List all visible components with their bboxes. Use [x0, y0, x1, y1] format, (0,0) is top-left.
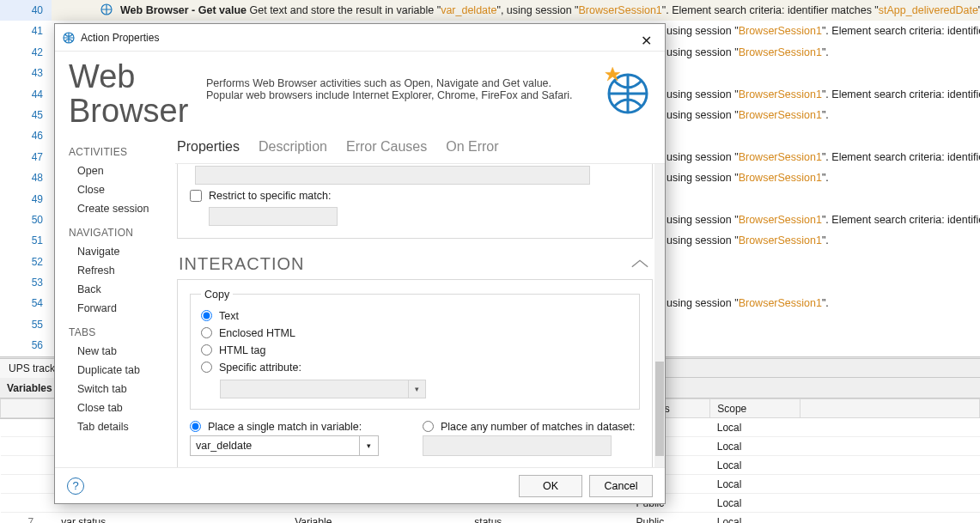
- section-label: INTERACTION: [179, 254, 305, 274]
- specific-attribute-combo[interactable]: ▾: [220, 380, 426, 398]
- line-number: 55: [0, 314, 52, 335]
- place-single-radio-row[interactable]: Place a single match in variable:: [190, 418, 407, 435]
- place-single-label: Place a single match in variable:: [208, 421, 362, 433]
- properties-tabs: PropertiesDescriptionError CausesOn Erro…: [175, 134, 665, 164]
- properties-tab[interactable]: On Error: [446, 139, 498, 155]
- close-icon[interactable]: ✕: [634, 27, 658, 48]
- copy-option-label: Text: [219, 310, 239, 322]
- dialog-titlebar[interactable]: Action Properties ✕: [55, 24, 665, 52]
- sidebar-group: NAVIGATION: [69, 227, 175, 239]
- variable-select-value: var_deldate: [196, 440, 252, 452]
- chevron-up-icon: [630, 258, 649, 269]
- copy-option-label: HTML tag: [219, 344, 265, 356]
- match-box: Restrict to specific match:: [177, 164, 653, 239]
- line-number: 46: [0, 125, 52, 146]
- sidebar-item[interactable]: Open: [69, 161, 175, 180]
- line-number: 40: [0, 0, 52, 21]
- var-col-header[interactable]: Scope: [710, 399, 800, 418]
- line-number-gutter: 4041424344454647484950515253545556: [0, 0, 52, 356]
- dialog-footer: ? OK Cancel: [55, 467, 665, 503]
- line-number: 50: [0, 210, 52, 230]
- line-number: 52: [0, 252, 52, 272]
- sidebar-item[interactable]: New tab: [69, 342, 175, 361]
- code-line[interactable]: Web Browser - Get value Get text and sto…: [52, 0, 980, 21]
- activities-sidebar: ACTIVITIESOpenCloseCreate sessionNAVIGAT…: [55, 134, 175, 467]
- place-multi-radio[interactable]: [423, 421, 434, 432]
- line-number: 53: [0, 272, 52, 293]
- place-multi-radio-row[interactable]: Place any number of matches in dataset:: [423, 418, 640, 435]
- sidebar-item[interactable]: Close tab: [69, 398, 175, 417]
- sidebar-item[interactable]: Duplicate tab: [69, 361, 175, 380]
- copy-option[interactable]: Text: [201, 307, 629, 325]
- line-number: 41: [0, 21, 52, 41]
- copy-option-label: Specific attribute:: [219, 362, 301, 374]
- var-col-header[interactable]: [1, 399, 55, 418]
- line-number: 43: [0, 63, 52, 83]
- sidebar-group: TABS: [69, 326, 175, 338]
- sidebar-item[interactable]: Navigate: [69, 242, 175, 261]
- properties-tab[interactable]: Error Causes: [346, 139, 427, 155]
- line-number: 51: [0, 230, 52, 251]
- copy-option[interactable]: Enclosed HTML: [201, 325, 629, 342]
- var-col-header[interactable]: [800, 399, 979, 418]
- sidebar-item[interactable]: Tab details: [69, 417, 175, 436]
- restrict-checkbox[interactable]: [190, 190, 202, 202]
- help-icon[interactable]: ?: [67, 477, 84, 495]
- properties-pane: Restrict to specific match: INTERACTION …: [175, 164, 665, 467]
- sidebar-item[interactable]: Close: [69, 180, 175, 199]
- dialog-description: Performs Web Browser activities such as …: [206, 60, 600, 101]
- line-number: 44: [0, 84, 52, 105]
- sidebar-item[interactable]: Create session: [69, 199, 175, 218]
- dialog-main: PropertiesDescriptionError CausesOn Erro…: [175, 134, 665, 467]
- globe-large-icon: [600, 65, 651, 117]
- restrict-label: Restrict to specific match:: [209, 190, 331, 202]
- copy-option-label: Enclosed HTML: [219, 327, 295, 339]
- copy-radio[interactable]: [201, 327, 212, 338]
- place-multi-label: Place any number of matches in dataset:: [441, 421, 636, 433]
- section-interaction-header[interactable]: INTERACTION: [177, 247, 653, 279]
- sidebar-item[interactable]: Back: [69, 280, 175, 299]
- properties-tab[interactable]: Properties: [177, 139, 240, 155]
- action-properties-dialog: Action Properties ✕ WebBrowser Performs …: [54, 23, 666, 504]
- restrict-checkbox-row[interactable]: Restrict to specific match:: [190, 190, 640, 202]
- line-number: 45: [0, 105, 52, 125]
- table-row[interactable]: 7var statusVariablestatusPublicLocal: [1, 513, 980, 524]
- properties-tab[interactable]: Description: [259, 139, 327, 155]
- place-single-radio[interactable]: [190, 421, 201, 432]
- copy-legend: Copy: [201, 289, 233, 301]
- copy-radio[interactable]: [201, 310, 212, 321]
- dialog-heading: WebBrowser: [69, 60, 206, 129]
- dialog-title-text: Action Properties: [81, 24, 634, 52]
- copy-option[interactable]: Specific attribute:: [201, 359, 629, 376]
- sidebar-item[interactable]: Forward: [69, 299, 175, 318]
- line-number: 47: [0, 147, 52, 167]
- dataset-input[interactable]: [423, 435, 612, 456]
- dialog-header: WebBrowser Performs Web Browser activiti…: [55, 52, 665, 134]
- variable-select[interactable]: var_deldate ▾: [190, 435, 379, 456]
- scrollbar[interactable]: [654, 164, 665, 467]
- line-number: 42: [0, 42, 52, 63]
- copy-option[interactable]: HTML tag: [201, 342, 629, 359]
- interaction-box: Copy TextEnclosed HTMLHTML tagSpecific a…: [177, 279, 653, 467]
- restrict-value-input[interactable]: [209, 207, 338, 226]
- cancel-button[interactable]: Cancel: [589, 475, 653, 497]
- ok-button[interactable]: OK: [519, 475, 582, 497]
- match-input[interactable]: [195, 166, 590, 185]
- line-number: 49: [0, 189, 52, 210]
- line-number: 56: [0, 335, 52, 356]
- sidebar-item[interactable]: Refresh: [69, 261, 175, 280]
- copy-fieldset: Copy TextEnclosed HTMLHTML tagSpecific a…: [190, 289, 640, 410]
- sidebar-item[interactable]: Switch tab: [69, 380, 175, 398]
- line-number: 54: [0, 293, 52, 313]
- copy-radio[interactable]: [201, 362, 212, 373]
- globe-icon: [62, 31, 76, 45]
- copy-radio[interactable]: [201, 344, 212, 356]
- sidebar-group: ACTIVITIES: [69, 146, 175, 158]
- line-number: 48: [0, 167, 52, 188]
